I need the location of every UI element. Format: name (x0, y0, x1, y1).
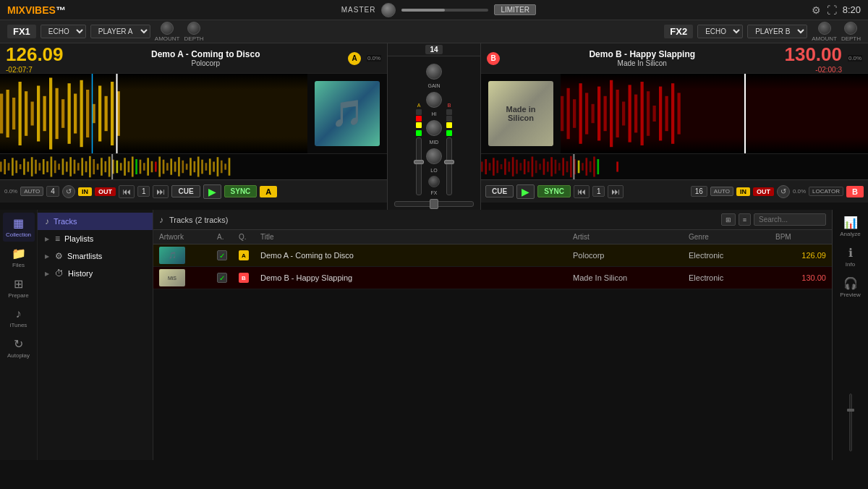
fx1-amount-knob[interactable] (161, 22, 174, 35)
info-button[interactable]: ℹ Info (833, 243, 868, 271)
limiter-button[interactable]: LIMITER (494, 4, 535, 15)
mixer-eq-lo-knob[interactable] (426, 148, 442, 164)
mixer-b-led-0 (446, 130, 452, 136)
deck-b-play-button[interactable]: ▶ (516, 184, 535, 199)
deck-b-in-button[interactable]: IN (736, 187, 750, 196)
deck-b-loop-button[interactable]: ↺ (777, 185, 790, 198)
deck-b-artist: Made In Silicon (506, 59, 778, 67)
mixer-eq-hi-knob[interactable] (426, 92, 442, 108)
deck-b-seek-num[interactable]: 1 (592, 186, 605, 197)
sidebar-files-button[interactable]: 📁 Files (3, 243, 35, 272)
mixer-gain-knob[interactable] (426, 64, 442, 80)
nav-item-history[interactable]: ▶ ⏱ History (38, 265, 153, 282)
deck-a-seek-num[interactable]: 1 (137, 186, 150, 197)
fx1-effect-select[interactable]: ECHO (41, 25, 86, 38)
deck-a-loop-num[interactable]: 4 (46, 186, 59, 197)
table-row[interactable]: MiS ✓ B Demo B - Happy Slapping Made In … (153, 267, 832, 289)
deck-a-waveform[interactable]: 🎵 (0, 74, 387, 153)
fx1-depth-knob[interactable] (187, 22, 200, 35)
itunes-icon: ♪ (16, 307, 22, 320)
deck-a-cue-button[interactable]: CUE (171, 185, 200, 197)
fx2-player-select[interactable]: PLAYER B (747, 25, 807, 38)
expand-icon[interactable]: ⛶ (827, 4, 837, 16)
analyze-button[interactable]: 📊 Analyze (833, 213, 868, 240)
files-label: Files (12, 262, 25, 268)
deck-a-loop-button[interactable]: ↺ (62, 185, 75, 198)
fx2-depth-knob[interactable] (844, 22, 857, 35)
fx2-amount-knob[interactable] (818, 22, 831, 35)
svg-rect-116 (524, 159, 526, 174)
settings-icon[interactable]: ⚙ (812, 4, 821, 16)
deck-b-sync-button[interactable]: SYNC (537, 185, 571, 197)
mixer-eq-mid-knob[interactable] (426, 120, 442, 136)
svg-rect-47 (93, 159, 95, 174)
deck-a: 126.09 -02:07:7 Demo A - Coming to Disco… (0, 43, 387, 210)
svg-rect-62 (147, 158, 149, 176)
library-search-input[interactable] (754, 213, 826, 226)
crossfader[interactable] (394, 201, 474, 207)
track-a-queue-badge: A (239, 250, 249, 260)
deck-b-loop-num[interactable]: 16 (691, 186, 707, 197)
svg-rect-44 (81, 158, 83, 176)
nav-item-playlists[interactable]: ▶ ≡ Playlists (38, 230, 153, 247)
preview-button[interactable]: 🎧 Preview (833, 273, 868, 301)
sidebar-itunes-button[interactable]: ♪ iTunes (3, 304, 35, 332)
col-genre-header: Genre (689, 233, 775, 241)
fx1-section: FX1 ECHO PLAYER A AMOUNT DEPTH (0, 22, 211, 42)
deck-a-mini-waveform[interactable] (0, 153, 387, 179)
tracks-icon: ♪ (45, 216, 49, 226)
deck-a-auto-button[interactable]: AUTO (20, 187, 43, 196)
deck-b-auto-button[interactable]: AUTO (710, 187, 733, 196)
deck-a-out-button[interactable]: OUT (95, 187, 116, 196)
library-grid-view[interactable]: ⊞ (721, 213, 736, 226)
track-b-active-check[interactable]: ✓ (217, 273, 227, 283)
master-slider[interactable] (401, 9, 488, 12)
deck-b-title: Demo B - Happy Slapping (506, 49, 778, 59)
deck-b-badge-button[interactable]: B (846, 186, 864, 197)
svg-rect-127 (566, 161, 569, 172)
svg-rect-24 (4, 159, 6, 174)
nav-tracks-label: Tracks (54, 217, 77, 226)
deck-a-in-button[interactable]: IN (78, 187, 92, 196)
mixer-fx-knob[interactable] (428, 176, 440, 187)
nav-item-smartlists[interactable]: ▶ ⚙ Smartlists (38, 247, 153, 265)
svg-rect-94 (622, 102, 625, 126)
nav-item-tracks[interactable]: ♪ Tracks (38, 213, 153, 230)
deck-b-mini-waveform[interactable] (481, 153, 868, 179)
svg-rect-121 (543, 158, 545, 174)
deck-b-next-button[interactable]: ⏭ (608, 185, 624, 198)
deck-a-prev-button[interactable]: ⏮ (119, 185, 135, 198)
master-knob[interactable] (381, 3, 396, 17)
deck-a-sync-button[interactable]: SYNC (224, 185, 258, 197)
fx2-effect-select[interactable]: ECHO (697, 25, 743, 38)
track-a-active-check[interactable]: ✓ (217, 250, 227, 260)
deck-a-badge-button[interactable]: A (260, 186, 277, 197)
deck-b-loc-button[interactable]: LOCATOR (809, 187, 843, 196)
deck-b-time: -02:00:3 (784, 66, 842, 74)
deck-b-waveform[interactable]: Made in Silicon (481, 74, 868, 153)
deck-b-cue-button[interactable]: CUE (485, 185, 514, 197)
deck-a-pitch-pct: 0.0% (4, 188, 17, 195)
svg-rect-123 (550, 157, 553, 177)
library-list-view[interactable]: ≡ (739, 213, 751, 226)
mixer-b-fader[interactable] (446, 137, 452, 195)
sidebar-prepare-button[interactable]: ⊞ Prepare (3, 273, 35, 302)
deck-b-prev-button[interactable]: ⏮ (574, 185, 590, 198)
sidebar-autoplay-button[interactable]: ↻ Autoplay (3, 333, 35, 362)
deck-a-play-button[interactable]: ▶ (203, 184, 221, 199)
deck-a-next-button[interactable]: ⏭ (153, 185, 169, 198)
table-row[interactable]: 🎵 ✓ A Demo A - Coming to Disco Polocorp … (153, 244, 832, 267)
deck-b-title-block: Demo B - Happy Slapping Made In Silicon (506, 49, 778, 67)
fx1-player-select[interactable]: PLAYER A (90, 25, 150, 38)
svg-rect-67 (170, 158, 172, 174)
mixer-a-fader[interactable] (416, 137, 422, 195)
deck-a-info: 126.09 -02:07:7 Demo A - Coming to Disco… (0, 43, 387, 74)
track-a-bpm: 126.09 (775, 251, 826, 260)
right-panel-fader[interactable] (849, 394, 852, 451)
fx1-label: FX1 (7, 25, 36, 38)
svg-rect-109 (496, 161, 498, 174)
sidebar-collection-button[interactable]: ▦ Collection (3, 213, 35, 242)
mixer-eq-mid-label: MID (430, 140, 439, 145)
svg-rect-85 (567, 88, 570, 139)
deck-b-out-button[interactable]: OUT (753, 187, 774, 196)
